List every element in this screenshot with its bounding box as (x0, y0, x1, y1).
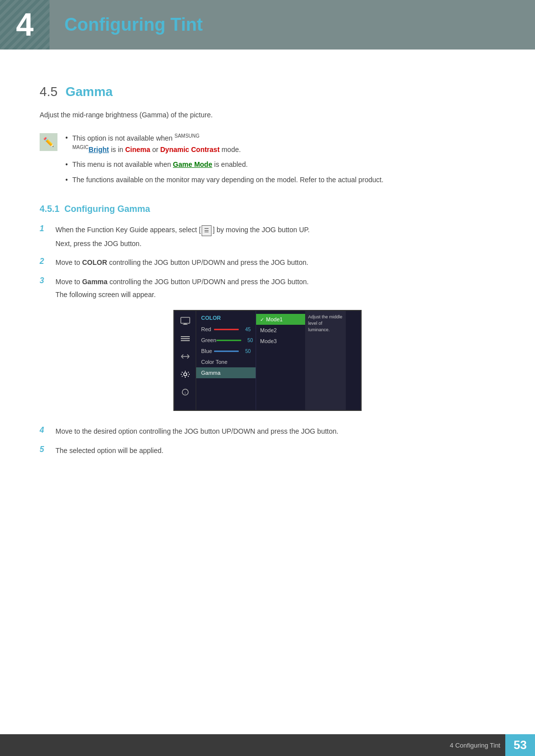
monitor-screen: i COLOR Red 45 (173, 310, 362, 411)
step-4-content: Move to the desired option controlling t… (55, 426, 495, 437)
step-1-content: When the Function Key Guide appears, sel… (55, 224, 495, 249)
blue-value: 50 (241, 349, 251, 354)
info-icon: i (178, 387, 192, 397)
screen-image-container: i COLOR Red 45 (40, 310, 495, 411)
step-3-content: Move to Gamma controlling the JOG button… (55, 276, 495, 301)
green-value: 50 (243, 338, 253, 343)
green-bar (216, 340, 241, 341)
steps-list: 1 When the Function Key Guide appears, s… (40, 224, 495, 300)
step-3-subline: The following screen will appear. (55, 289, 495, 300)
mode2-label: Mode2 (260, 327, 277, 333)
svg-text:i: i (185, 391, 186, 395)
footer-text: 4 Configuring Tint (450, 742, 500, 749)
menu-item-colortone: Color Tone (196, 356, 256, 367)
note-list: This option is not available when SAMSUN… (65, 132, 383, 189)
gear-icon (178, 369, 192, 379)
header-banner: 4 Configuring Tint (0, 0, 535, 50)
menu-color-header: COLOR (196, 314, 256, 324)
step-3: 3 Move to Gamma controlling the JOG butt… (40, 276, 495, 301)
step-1: 1 When the Function Key Guide appears, s… (40, 224, 495, 249)
footer: 4 Configuring Tint 53 (0, 734, 535, 756)
footer-page-number: 53 (514, 738, 527, 752)
footer-page-box: 53 (505, 734, 535, 756)
mode3-label: Mode3 (260, 338, 277, 344)
step-2-number: 2 (40, 257, 50, 266)
info-svg: i (180, 388, 190, 396)
red-bar (214, 329, 239, 330)
section-title: Gamma (65, 84, 112, 100)
blue-bar (214, 351, 239, 352)
dynamic-contrast-label: Dynamic Contrast (160, 146, 220, 153)
step-2-content: Move to COLOR controlling the JOG button… (55, 257, 495, 268)
step-4: 4 Move to the desired option controlling… (40, 426, 495, 437)
monitor-svg (180, 317, 190, 325)
main-content: 4.5 Gamma Adjust the mid-range brightnes… (0, 50, 535, 494)
green-bar-container: 50 (216, 338, 253, 343)
step-1-subline: Next, press the JOG button. (55, 238, 495, 249)
menu-main-column: COLOR Red 45 Green 50 (196, 311, 256, 410)
green-label: Green (201, 337, 216, 343)
tooltip-column: Adjust the middle level of luminance. (305, 311, 346, 410)
section-heading: 4.5 Gamma (40, 84, 495, 100)
lines-svg (180, 335, 190, 343)
gear-svg (180, 370, 190, 378)
note-item-2: This menu is not available when Game Mod… (65, 159, 383, 170)
chapter-title: Configuring Tint (64, 14, 203, 35)
gamma-label: Gamma (82, 278, 107, 286)
resize-svg (180, 353, 190, 360)
svg-rect-0 (181, 317, 190, 323)
chapter-number: 4 (16, 6, 34, 43)
step-3-number: 3 (40, 276, 50, 285)
note-item-1: This option is not available when SAMSUN… (65, 132, 383, 155)
svg-rect-1 (184, 323, 187, 324)
colortone-label: Color Tone (201, 359, 227, 365)
note-icon-inner (40, 133, 57, 151)
svg-rect-2 (183, 324, 188, 325)
lines-icon (178, 334, 192, 344)
menu-item-blue: Blue 50 (196, 346, 256, 356)
bright-link: Bright (89, 146, 109, 153)
blue-label: Blue (201, 348, 212, 354)
mode1-label: Mode1 (266, 316, 283, 322)
svg-rect-4 (181, 338, 190, 339)
red-value: 45 (241, 327, 251, 332)
checkmark-icon: ✓ (260, 317, 264, 322)
red-bar-container: 45 (214, 327, 251, 332)
step-1-number: 1 (40, 224, 50, 233)
menu-item-gamma: Gamma (196, 367, 256, 378)
note-box: This option is not available when SAMSUN… (40, 132, 495, 189)
monitor-icon (178, 316, 192, 326)
subsection-number: 4.5.1 (40, 204, 59, 214)
subsection-heading: 4.5.1 Configuring Gamma (40, 204, 495, 214)
gamma-menu-label: Gamma (201, 370, 220, 376)
step-4-number: 4 (40, 426, 50, 435)
game-mode-label: Game Mode (173, 160, 212, 168)
note-icon (40, 133, 57, 151)
chapter-number-box: 4 (0, 0, 50, 50)
menu-icons-column: i (174, 311, 196, 410)
note-item-3: The functions available on the monitor m… (65, 174, 383, 185)
steps-list-2: 4 Move to the desired option controlling… (40, 426, 495, 456)
color-label: COLOR (82, 258, 107, 266)
intro-text: Adjust the mid-range brightness (Gamma) … (40, 109, 495, 120)
step-5: 5 The selected option will be applied. (40, 445, 495, 456)
svg-rect-5 (181, 340, 190, 341)
monitor-menu: i COLOR Red 45 (174, 311, 361, 410)
cinema-label: Cinema (125, 146, 151, 153)
subsection-title: Configuring Gamma (64, 204, 150, 214)
submenu-mode3: Mode3 (256, 336, 305, 347)
svg-rect-3 (181, 336, 190, 337)
resize-icon (178, 352, 192, 361)
step-5-number: 5 (40, 445, 50, 454)
menu-item-red: Red 45 (196, 324, 256, 335)
step-2: 2 Move to COLOR controlling the JOG butt… (40, 257, 495, 268)
jog-icon: ☰ (202, 225, 212, 236)
menu-item-green: Green 50 (196, 335, 256, 346)
tooltip-text: Adjust the middle level of luminance. (308, 314, 342, 332)
submenu-mode2: Mode2 (256, 325, 305, 336)
red-label: Red (201, 326, 211, 332)
blue-bar-container: 50 (214, 349, 251, 354)
submenu-mode1: ✓ Mode1 (256, 314, 305, 325)
menu-submenu-column: ✓ Mode1 Mode2 Mode3 (256, 311, 305, 410)
section-number: 4.5 (40, 84, 57, 100)
